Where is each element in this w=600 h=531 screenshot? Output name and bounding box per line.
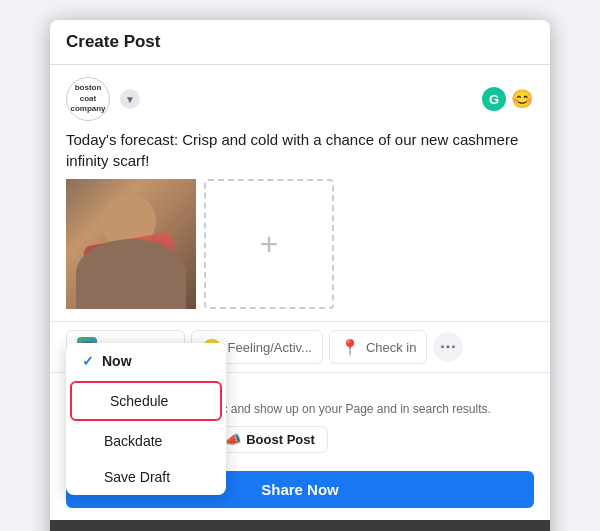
- plus-icon: +: [260, 226, 279, 263]
- create-post-modal: Create Post boston coat company ▼ G 😊 To…: [50, 20, 550, 531]
- checkin-icon: 📍: [340, 337, 360, 357]
- dropdown-now-label: Now: [102, 353, 132, 369]
- boost-post-button[interactable]: 📣 Boost Post: [212, 426, 328, 453]
- bottom-tab-bar: ✏️ Create 📋 B... 📅 Event 🏷️ Offer: [50, 520, 550, 531]
- check-icon: ✓: [82, 353, 94, 369]
- author-dropdown[interactable]: ▼: [120, 89, 140, 109]
- add-photo-placeholder[interactable]: +: [204, 179, 334, 309]
- attached-photo: [66, 179, 196, 309]
- author-avatar: boston coat company: [66, 77, 110, 121]
- share-dropdown-menu: ✓ Now Schedule Backdate Save Draft: [66, 343, 226, 495]
- dropdown-item-schedule[interactable]: Schedule: [70, 381, 222, 421]
- check-in-button[interactable]: 📍 Check in: [329, 330, 428, 364]
- dropdown-item-backdate[interactable]: Backdate: [66, 423, 226, 459]
- media-row: +: [50, 179, 550, 321]
- grammarly-g-icon[interactable]: G: [482, 87, 506, 111]
- author-row: boston coat company ▼ G 😊: [50, 65, 550, 129]
- dropdown-savedraft-label: Save Draft: [104, 469, 170, 485]
- more-options-button[interactable]: ···: [433, 332, 463, 362]
- boost-post-label: Boost Post: [246, 432, 315, 447]
- share-now-section: ✓ Now Schedule Backdate Save Draft Share…: [50, 463, 550, 520]
- dropdown-arrow-icon: ▼: [120, 89, 140, 109]
- dropdown-item-now[interactable]: ✓ Now: [66, 343, 226, 379]
- grammarly-emoji-icon[interactable]: 😊: [510, 87, 534, 111]
- checkin-label: Check in: [366, 340, 417, 355]
- boost-icon: 📣: [225, 432, 241, 447]
- feeling-label: Feeling/Activ...: [228, 340, 312, 355]
- modal-title: Create Post: [66, 32, 160, 52]
- grammarly-toolbar: G 😊: [482, 87, 534, 111]
- dropdown-schedule-label: Schedule: [110, 393, 168, 409]
- scarf-detail: [82, 232, 179, 297]
- modal-header: Create Post: [50, 20, 550, 65]
- dropdown-item-save-draft[interactable]: Save Draft: [66, 459, 226, 495]
- post-text[interactable]: Today's forecast: Crisp and cold with a …: [50, 129, 550, 179]
- dropdown-backdate-label: Backdate: [104, 433, 162, 449]
